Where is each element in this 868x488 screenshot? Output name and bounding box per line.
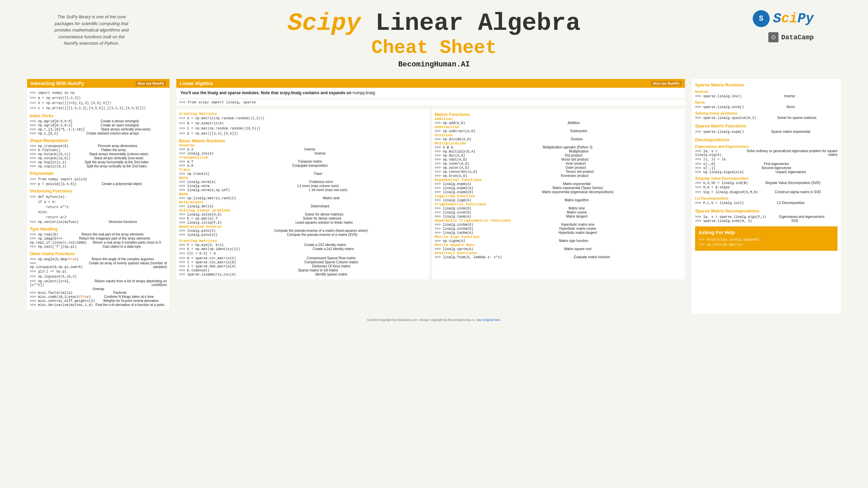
basic-matrix-title: Basic Matrix Routines <box>179 138 427 143</box>
header-description: The SciPy library is one of the core pac… <box>54 14 129 47</box>
creating-matrices-title: Creating Matrices <box>179 112 427 116</box>
mul-row-8: >>> np.kron(A,D) Kronecker product <box>435 174 682 178</box>
other-row-5: >>> np.select([c<4],[c**2]) Return value… <box>30 279 167 287</box>
other-diff: >>> misc.central_diff_weights(3) Weights… <box>30 299 167 303</box>
mul-row-7: >>> np.tensordot(A,D) Tensor dot product <box>435 170 682 174</box>
vec-row-1: >>> np.vectorize(myfunc) Vectorize funct… <box>30 220 167 224</box>
numpy-section: Interacting With NumPy Also see NumPy >>… <box>27 79 170 310</box>
vec-code-5: return a/2 <box>30 215 167 220</box>
inverse-label: Inverse <box>179 143 427 147</box>
sparse-decomp-title: Sparse Matrix Decompositions <box>695 208 837 214</box>
rank-label: Rank <box>179 192 427 196</box>
sparse-norm-row: >>> sparse.linalg.norm() Norm <box>695 105 837 109</box>
trans-row-1: >>> A.T Tranpose matrix <box>179 160 427 164</box>
main-title: Scipy Linear Algebra <box>0 10 868 37</box>
arb-row-1: >>> linalg.funm(A, lambda x: x*x) Evalua… <box>435 255 682 259</box>
creating-row-4: >>> D = np.mat([[3,4],[5,6]]) <box>179 131 427 136</box>
import-line-1: >>> import numpy as np <box>30 90 167 96</box>
norm-row-2: >>> linalg.norm L1 norm (max column sum) <box>179 184 427 188</box>
lu-label: LU Decomposition <box>695 196 837 200</box>
lu-row-1: >>> P,L,U = linalg.lu(C) LU Decompositio… <box>695 201 837 205</box>
add-row-1: >>> np.add(A,D) Addition <box>435 121 682 125</box>
inv-row-2: >>> linalg.inv(A) Inverse <box>179 151 427 156</box>
cm2-row-4: >>> H = sparse.csr_matrix(C) Compressed … <box>179 256 427 260</box>
trig-row-1: >>> linalg.sinm(D) Matrix sine <box>435 206 682 210</box>
other-comb: >>> misc.comb(10,3,exact=True) Combine N… <box>30 295 167 299</box>
vec-code-2: if a < 0: <box>30 200 167 205</box>
sparse-inverse-label: Inverse <box>695 89 837 94</box>
trig-label: Trigonometric Functions <box>435 202 682 206</box>
footer: Content Copyright by DataCamp.com. Desig… <box>0 316 868 324</box>
log-label: Logarithm Function <box>435 194 682 198</box>
other-row-1: >>> np.angle(b,deg=True) Return the angl… <box>30 257 167 261</box>
import-line-4: >>> c = np.array([[[1.5,2,3],[4,5,6]],[[… <box>30 106 167 111</box>
eig-row-2: >>> l1, l2 = la <box>695 157 837 162</box>
subtitle: Cheat Sheet <box>0 37 868 59</box>
help-line-1: >>> help(scipy.linalg.diagsvd) <box>698 237 834 242</box>
cm2-row-6: >>> J = sparse.dok_matrix(A) Dictionary … <box>179 264 427 268</box>
linalg-col2: Matrix Functions Addition >>> np.add(A,D… <box>432 109 685 279</box>
eig-row-5: >>> np.linalg.eigvals(A) Unpack eigenval… <box>695 170 837 174</box>
sparse-solve-label: Solving linear problems <box>695 111 837 115</box>
mul-label: Multiplication <box>435 141 682 145</box>
sqrt-row-1: >>> linalg.sqrtm(A) Matrix square root <box>435 247 682 251</box>
eig-label: Eigenvalues and Eigenvectors <box>695 144 837 148</box>
geninv-row-1: >>> linalg.pinv(C) Compute the pseudo-in… <box>179 229 427 233</box>
creating-row-1: >>> A = np.matrix(np.random.random((2,2)… <box>179 116 427 121</box>
type-row-1: >>> np.real(b) Return the real part of t… <box>30 232 167 237</box>
type-row-4: >>> np.cast['f'](np.pi) Cast object to a… <box>30 245 167 249</box>
type-row-2: >>> np.imag(b>>> Return the imaginary pa… <box>30 237 167 241</box>
linalg-section: Linear Algebra Also see NumPy You'll use… <box>176 79 685 105</box>
exp-label: Exponential Functions <box>435 178 682 182</box>
sparse-norm-label: Norm <box>695 100 837 104</box>
mul-row-6: >>> np.outer(A,D) Outer product <box>435 166 682 170</box>
page-header: The SciPy library is one of the core pac… <box>0 0 868 76</box>
creating-matrices2-title: Creating Matrices <box>179 239 427 243</box>
cm2-row-3: >>> C[C > 0.5] = 0 <box>179 251 427 256</box>
inv-row-1: >>> A.I Inverse <box>179 147 427 151</box>
other-title: Other Useful Functions <box>30 251 167 256</box>
numpy-also-see[interactable]: Also see NumPy <box>136 81 166 86</box>
mul-row-1: >>> A @ D Multiplication operator (Pytho… <box>435 145 682 149</box>
shape-row-1: >>> np.transpose(b) Permute array dimens… <box>30 144 167 148</box>
numpy-content: >>> import numpy as np >>> a = np.array(… <box>27 88 170 310</box>
title-rest: Linear Algebra <box>361 9 580 37</box>
help-line-2: >>> np.info(np.matrix) <box>698 242 834 247</box>
sparse-inv-row: >>> sparse.linalg.inv() Inverse <box>695 94 837 98</box>
vec-code-4: else: <box>30 210 167 215</box>
datacamp-text: DataCamp <box>781 34 814 41</box>
exp-row-3: >>> linalg.expm3(D) Matrix exponential (… <box>435 190 682 194</box>
det-row-1: >>> linalg.det(A) Determinant <box>179 204 427 208</box>
div-label: Division <box>435 133 682 137</box>
shape-row-3: >>> np.hstack((b,c)) Stack arrays horizo… <box>30 152 167 156</box>
other-row-3: >>> g[3:] += np.pi <box>30 269 167 274</box>
footer-text: Content Copyright by DataCamp.com. Desig… <box>367 318 475 322</box>
sparse-solve-row: >>> sparse.linalg.spsolve(H,I) Solver fo… <box>695 116 837 120</box>
geninv-row-2: >>> linalg.pinv2(C) Compute the pseudo-i… <box>179 233 427 237</box>
linalg-also-see[interactable]: Also see NumPy <box>651 81 682 86</box>
det-label: Determinant <box>179 200 427 204</box>
sqrt-label: Matrix Square Root <box>435 243 682 247</box>
other-factorial: >>> misc.factorial(a) Factorial <box>30 291 167 295</box>
type-row-3: np.real_if_close(c,tol=1000) Return a re… <box>30 241 167 245</box>
footer-link[interactable]: See Original here. <box>476 318 501 322</box>
linalg-import: >>> from scipy import linalg, sparse <box>176 100 685 105</box>
hyp-row-1: >>> linalg.sinhm(D) Hyperbolic matrix si… <box>435 223 682 227</box>
index-row-1: >>> np.mgrid[0:5,0:5] Create a dense mes… <box>30 119 167 123</box>
transposition-label: Transposition <box>179 156 427 160</box>
other-row-4: >>> np.logspace(0,10,3) <box>30 274 167 279</box>
linalg-intro: You'll use the linalg and sparse modules… <box>176 88 685 98</box>
linalg-header-title: Linear Algebra <box>180 81 213 86</box>
mul-row-4: >>> np.vdot(A,D) Vector dot product <box>435 158 682 162</box>
trace-row-1: >>> np.trace(A) Trace <box>179 172 427 176</box>
shape-row-2: >>> b.flatten() Flatten the array <box>30 148 167 152</box>
svd-label: Singular Value Decomposition <box>695 176 837 180</box>
solve-row-3: >>> linalg.lstsq(F,E) Least-squares solu… <box>179 221 427 225</box>
vec-code-1: >>> def myfunc(a): <box>30 195 167 200</box>
linalg-col1: Creating Matrices >>> A = np.matrix(np.r… <box>176 109 429 279</box>
eig-row-4: >>> v[:,1] Second eigenvector <box>695 166 837 170</box>
solve-row-2: >>> E = np.mat(A).T Solver for dense mat… <box>179 217 427 221</box>
norm-label: Norm <box>179 176 427 180</box>
mul-row-2: >>> np.multiply(D,A) Multiplication <box>435 149 682 154</box>
index-row-3: >>> np.r_[3,[0]*5,-1:1:10j] Stack arrays… <box>30 127 167 131</box>
